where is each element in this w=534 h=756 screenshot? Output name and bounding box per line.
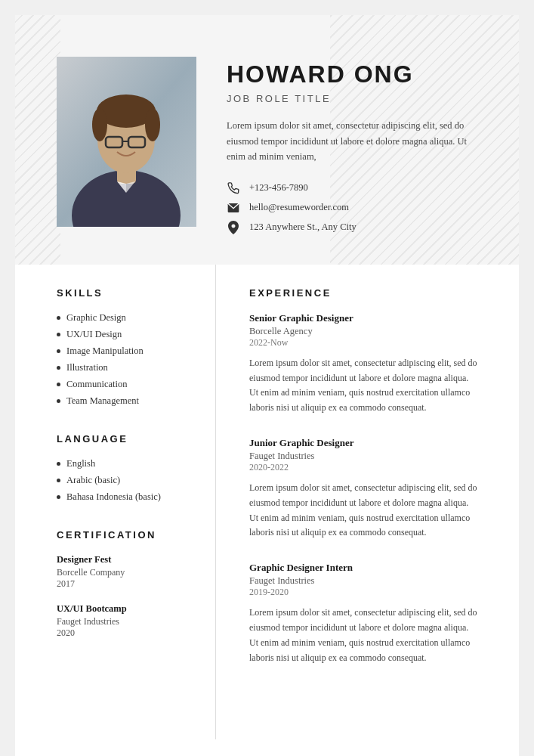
bullet-dot (57, 495, 60, 499)
language-list: English Arabic (basic) Bahasa Indonesia … (57, 458, 189, 503)
column-divider (215, 265, 216, 740)
skill-label: Communication (66, 379, 128, 390)
skill-label: Image Manipulation (66, 345, 144, 357)
header-section: HOWARD ONG JOB ROLE TITLE Lorem ipsum do… (15, 15, 519, 265)
certification-section: CERTIFICATION Designer Fest Borcelle Com… (57, 529, 189, 639)
exp-company: Borcelle Agency (249, 326, 477, 337)
photo-container (57, 57, 196, 227)
cert-org: Fauget Industries (57, 616, 189, 627)
contact-list: +123-456-7890 hello@resumeworder.com (227, 181, 477, 234)
right-column: EXPERIENCE Senior Graphic Designer Borce… (215, 265, 519, 710)
skill-label: Team Management (66, 395, 139, 407)
exp-job-title: Graphic Designer Intern (249, 562, 477, 574)
experience-item: Graphic Designer Intern Fauget Industrie… (249, 562, 477, 665)
email-value: hello@resumeworder.com (249, 202, 349, 213)
bullet-dot (57, 316, 60, 320)
svg-point-5 (92, 108, 107, 141)
list-item: Communication (57, 379, 189, 390)
phone-icon (227, 181, 240, 195)
list-item: Arabic (basic) (57, 475, 189, 486)
exp-dates: 2022-Now (249, 337, 477, 349)
language-title: LANGUAGE (57, 433, 189, 445)
cert-item: UX/UI Bootcamp Fauget Industries 2020 (57, 603, 189, 639)
skills-title: SKILLS (57, 287, 189, 299)
cert-year: 2017 (57, 578, 189, 590)
exp-description: Lorem ipsum dolor sit amet, consectetur … (249, 356, 477, 416)
left-column: SKILLS Graphic Design UX/UI Design Image… (15, 265, 215, 710)
cert-org: Borcelle Company (57, 567, 189, 578)
list-item: Image Manipulation (57, 345, 189, 357)
profile-photo (57, 57, 196, 227)
bullet-dot (57, 479, 60, 482)
cert-item: Designer Fest Borcelle Company 2017 (57, 554, 189, 590)
language-label: Bahasa Indonesia (basic) (66, 491, 161, 503)
exp-company: Fauget Industries (249, 575, 477, 587)
header-info: HOWARD ONG JOB ROLE TITLE Lorem ipsum do… (227, 57, 477, 234)
experience-title: EXPERIENCE (249, 287, 477, 299)
list-item: Graphic Design (57, 312, 189, 324)
email-icon (227, 201, 240, 215)
skill-label: UX/UI Design (66, 329, 122, 340)
exp-job-title: Senior Graphic Designer (249, 312, 477, 324)
person-svg (57, 57, 196, 227)
email-contact: hello@resumeworder.com (227, 201, 477, 215)
list-item: Bahasa Indonesia (basic) (57, 491, 189, 503)
exp-job-title: Junior Graphic Designer (249, 437, 477, 449)
location-icon (227, 221, 240, 234)
skills-section: SKILLS Graphic Design UX/UI Design Image… (57, 287, 189, 407)
list-item: English (57, 458, 189, 469)
bullet-dot (57, 383, 60, 386)
exp-dates: 2020-2022 (249, 462, 477, 473)
bullet-dot (57, 333, 60, 336)
cert-year: 2020 (57, 627, 189, 639)
person-name: HOWARD ONG (227, 60, 477, 88)
address-contact: 123 Anywhere St., Any City (227, 221, 477, 234)
bullet-dot (57, 399, 60, 403)
exp-dates: 2019-2020 (249, 587, 477, 598)
language-label: English (66, 458, 95, 469)
bio-text: Lorem ipsum dolor sit amet, consectetur … (227, 118, 477, 165)
svg-point-6 (145, 108, 160, 141)
bullet-dot (57, 366, 60, 370)
resume-page: HOWARD ONG JOB ROLE TITLE Lorem ipsum do… (15, 15, 519, 756)
phone-value: +123-456-7890 (249, 182, 308, 194)
cert-name: UX/UI Bootcamp (57, 603, 189, 615)
skill-label: Graphic Design (66, 312, 126, 324)
certification-title: CERTIFICATION (57, 529, 189, 541)
skills-list: Graphic Design UX/UI Design Image Manipu… (57, 312, 189, 407)
list-item: Illustration (57, 362, 189, 373)
list-item: Team Management (57, 395, 189, 407)
bullet-dot (57, 462, 60, 466)
list-item: UX/UI Design (57, 329, 189, 340)
skill-label: Illustration (66, 362, 108, 373)
language-label: Arabic (basic) (66, 475, 120, 486)
job-role: JOB ROLE TITLE (227, 93, 477, 104)
experience-item: Junior Graphic Designer Fauget Industrie… (249, 437, 477, 541)
main-content: SKILLS Graphic Design UX/UI Design Image… (15, 265, 519, 740)
phone-contact: +123-456-7890 (227, 181, 477, 195)
exp-description: Lorem ipsum dolor sit amet, consectetur … (249, 606, 477, 665)
cert-name: Designer Fest (57, 554, 189, 565)
experience-item: Senior Graphic Designer Borcelle Agency … (249, 312, 477, 416)
exp-company: Fauget Industries (249, 451, 477, 462)
language-section: LANGUAGE English Arabic (basic) Bahasa I… (57, 433, 189, 503)
bullet-dot (57, 349, 60, 353)
exp-description: Lorem ipsum dolor sit amet, consectetur … (249, 481, 477, 541)
address-value: 123 Anywhere St., Any City (249, 222, 357, 233)
